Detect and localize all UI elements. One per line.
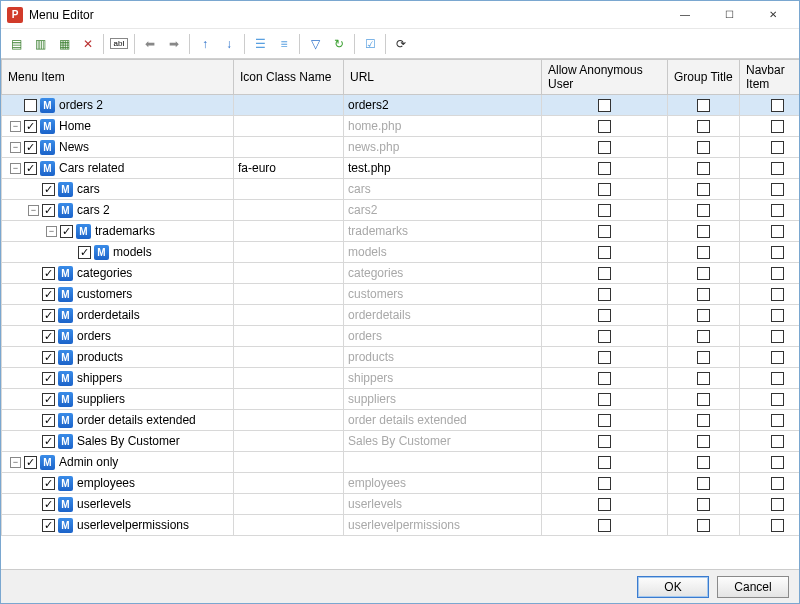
close-button[interactable]: ✕	[751, 3, 795, 27]
row-checkbox[interactable]	[42, 351, 55, 364]
tool-import[interactable]: ↻	[328, 33, 350, 55]
cell-allow-checkbox[interactable]	[598, 435, 611, 448]
table-row[interactable]: Mshippersshippers	[2, 368, 800, 389]
cell-nav-checkbox[interactable]	[771, 267, 784, 280]
table-row[interactable]: Mordersorders	[2, 326, 800, 347]
cell-icon-class[interactable]	[234, 284, 344, 305]
table-row[interactable]: Memployeesemployees	[2, 473, 800, 494]
tool-rename[interactable]: abI	[108, 33, 130, 55]
cell-icon-class[interactable]	[234, 221, 344, 242]
tool-add-child[interactable]: ▦	[53, 33, 75, 55]
collapse-toggle-icon[interactable]: −	[46, 226, 57, 237]
table-row[interactable]: Muserlevelsuserlevels	[2, 494, 800, 515]
cell-url[interactable]: employees	[344, 473, 542, 494]
tool-filter[interactable]: ▽	[304, 33, 326, 55]
cell-url[interactable]: models	[344, 242, 542, 263]
ok-button[interactable]: OK	[637, 576, 709, 598]
cell-url[interactable]: orderdetails	[344, 305, 542, 326]
cell-group-checkbox[interactable]	[697, 309, 710, 322]
cell-nav-checkbox[interactable]	[771, 309, 784, 322]
cell-icon-class[interactable]	[234, 515, 344, 536]
cell-group-checkbox[interactable]	[697, 204, 710, 217]
cell-group-checkbox[interactable]	[697, 498, 710, 511]
cell-allow-checkbox[interactable]	[598, 162, 611, 175]
cell-icon-class[interactable]	[234, 473, 344, 494]
cell-allow-checkbox[interactable]	[598, 498, 611, 511]
row-checkbox[interactable]	[42, 393, 55, 406]
cell-icon-class[interactable]	[234, 326, 344, 347]
row-checkbox[interactable]	[60, 225, 73, 238]
row-checkbox[interactable]	[42, 204, 55, 217]
cell-icon-class[interactable]	[234, 200, 344, 221]
row-checkbox[interactable]	[42, 477, 55, 490]
row-checkbox[interactable]	[24, 162, 37, 175]
tool-refresh[interactable]: ⟳	[390, 33, 412, 55]
cell-url[interactable]: orders	[344, 326, 542, 347]
cell-url[interactable]: userlevels	[344, 494, 542, 515]
tool-delete[interactable]: ✕	[77, 33, 99, 55]
tool-add-sibling[interactable]: ▥	[29, 33, 51, 55]
cell-group-checkbox[interactable]	[697, 414, 710, 427]
table-row[interactable]: −MHomehome.php	[2, 116, 800, 137]
cell-group-checkbox[interactable]	[697, 330, 710, 343]
row-checkbox[interactable]	[24, 141, 37, 154]
cell-icon-class[interactable]: fa-euro	[234, 158, 344, 179]
cell-group-checkbox[interactable]	[697, 351, 710, 364]
cell-url[interactable]: customers	[344, 284, 542, 305]
cell-group-checkbox[interactable]	[697, 225, 710, 238]
cell-group-checkbox[interactable]	[697, 99, 710, 112]
cell-nav-checkbox[interactable]	[771, 225, 784, 238]
cell-allow-checkbox[interactable]	[598, 99, 611, 112]
cell-url[interactable]: orders2	[344, 95, 542, 116]
cell-allow-checkbox[interactable]	[598, 477, 611, 490]
cell-allow-checkbox[interactable]	[598, 519, 611, 532]
cell-url[interactable]: categories	[344, 263, 542, 284]
cell-allow-checkbox[interactable]	[598, 351, 611, 364]
cell-nav-checkbox[interactable]	[771, 393, 784, 406]
cell-group-checkbox[interactable]	[697, 162, 710, 175]
row-checkbox[interactable]	[42, 519, 55, 532]
cell-allow-checkbox[interactable]	[598, 267, 611, 280]
cell-url[interactable]: Sales By Customer	[344, 431, 542, 452]
table-row[interactable]: Morders 2orders2	[2, 95, 800, 116]
maximize-button[interactable]: ☐	[707, 3, 751, 27]
cell-icon-class[interactable]	[234, 95, 344, 116]
cell-url[interactable]: home.php	[344, 116, 542, 137]
cell-icon-class[interactable]	[234, 137, 344, 158]
cell-icon-class[interactable]	[234, 116, 344, 137]
cell-group-checkbox[interactable]	[697, 393, 710, 406]
row-checkbox[interactable]	[42, 183, 55, 196]
cell-nav-checkbox[interactable]	[771, 99, 784, 112]
table-row[interactable]: −MNewsnews.php	[2, 137, 800, 158]
cell-group-checkbox[interactable]	[697, 288, 710, 301]
cell-icon-class[interactable]	[234, 179, 344, 200]
cell-allow-checkbox[interactable]	[598, 183, 611, 196]
col-navbar-item[interactable]: Navbar Item	[740, 60, 800, 95]
tool-collapse-tree[interactable]: ≡	[273, 33, 295, 55]
cell-group-checkbox[interactable]	[697, 183, 710, 196]
tool-indent[interactable]: ➡	[163, 33, 185, 55]
cell-allow-checkbox[interactable]	[598, 225, 611, 238]
col-allow-anon[interactable]: Allow Anonymous User	[542, 60, 668, 95]
cell-nav-checkbox[interactable]	[771, 456, 784, 469]
tool-toggle-all[interactable]: ☑	[359, 33, 381, 55]
table-row[interactable]: Morderdetailsorderdetails	[2, 305, 800, 326]
col-url[interactable]: URL	[344, 60, 542, 95]
cell-allow-checkbox[interactable]	[598, 204, 611, 217]
collapse-toggle-icon[interactable]: −	[10, 457, 21, 468]
cell-url[interactable]: cars2	[344, 200, 542, 221]
cell-nav-checkbox[interactable]	[771, 435, 784, 448]
table-row[interactable]: Mmodelsmodels	[2, 242, 800, 263]
col-menu-item[interactable]: Menu Item	[2, 60, 234, 95]
cell-nav-checkbox[interactable]	[771, 372, 784, 385]
tool-move-up[interactable]: ↑	[194, 33, 216, 55]
tool-move-down[interactable]: ↓	[218, 33, 240, 55]
cell-group-checkbox[interactable]	[697, 519, 710, 532]
cell-icon-class[interactable]	[234, 242, 344, 263]
collapse-toggle-icon[interactable]: −	[28, 205, 39, 216]
tool-expand-tree[interactable]: ☰	[249, 33, 271, 55]
cell-nav-checkbox[interactable]	[771, 498, 784, 511]
cell-icon-class[interactable]	[234, 305, 344, 326]
cell-icon-class[interactable]	[234, 494, 344, 515]
cell-nav-checkbox[interactable]	[771, 288, 784, 301]
